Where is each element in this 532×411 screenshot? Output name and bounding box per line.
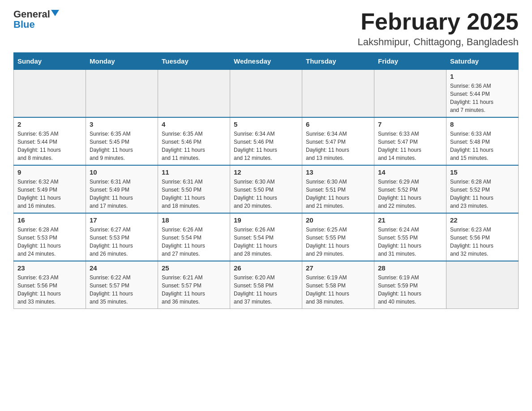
calendar-cell: 1Sunrise: 6:36 AMSunset: 5:44 PMDaylight… [446, 70, 519, 118]
day-info: Sunrise: 6:34 AMSunset: 5:47 PMDaylight:… [306, 130, 370, 162]
weekday-header-saturday: Saturday [446, 53, 519, 70]
day-info: Sunrise: 6:24 AMSunset: 5:55 PMDaylight:… [378, 226, 442, 258]
day-info: Sunrise: 6:35 AMSunset: 5:45 PMDaylight:… [90, 130, 154, 162]
day-number: 22 [450, 216, 515, 224]
day-number: 3 [90, 120, 154, 128]
svg-marker-0 [51, 10, 59, 16]
calendar-cell: 8Sunrise: 6:33 AMSunset: 5:48 PMDaylight… [446, 117, 519, 165]
day-number: 2 [17, 120, 82, 128]
calendar-header: SundayMondayTuesdayWednesdayThursdayFrid… [14, 53, 519, 70]
calendar-cell [374, 70, 446, 118]
day-info: Sunrise: 6:33 AMSunset: 5:47 PMDaylight:… [378, 130, 442, 162]
day-info: Sunrise: 6:31 AMSunset: 5:49 PMDaylight:… [90, 178, 154, 210]
calendar-cell: 21Sunrise: 6:24 AMSunset: 5:55 PMDayligh… [374, 213, 446, 261]
day-number: 28 [378, 264, 442, 272]
day-info: Sunrise: 6:27 AMSunset: 5:53 PMDaylight:… [90, 226, 154, 258]
calendar-cell: 25Sunrise: 6:21 AMSunset: 5:57 PMDayligh… [158, 261, 230, 309]
calendar-week-row: 16Sunrise: 6:28 AMSunset: 5:53 PMDayligh… [14, 213, 519, 261]
day-info: Sunrise: 6:28 AMSunset: 5:52 PMDaylight:… [450, 178, 515, 210]
day-info: Sunrise: 6:26 AMSunset: 5:54 PMDaylight:… [234, 226, 298, 258]
day-info: Sunrise: 6:35 AMSunset: 5:46 PMDaylight:… [162, 130, 226, 162]
weekday-header-row: SundayMondayTuesdayWednesdayThursdayFrid… [14, 53, 519, 70]
calendar-cell: 4Sunrise: 6:35 AMSunset: 5:46 PMDaylight… [158, 117, 230, 165]
day-number: 15 [450, 168, 515, 176]
calendar-cell [158, 70, 230, 118]
day-number: 26 [234, 264, 298, 272]
day-number: 17 [90, 216, 154, 224]
calendar-cell: 11Sunrise: 6:31 AMSunset: 5:50 PMDayligh… [158, 165, 230, 213]
day-number: 6 [306, 120, 370, 128]
day-number: 4 [162, 120, 226, 128]
calendar-cell: 7Sunrise: 6:33 AMSunset: 5:47 PMDaylight… [374, 117, 446, 165]
calendar-cell: 20Sunrise: 6:25 AMSunset: 5:55 PMDayligh… [302, 213, 374, 261]
day-info: Sunrise: 6:23 AMSunset: 5:56 PMDaylight:… [450, 226, 515, 258]
calendar-cell: 9Sunrise: 6:32 AMSunset: 5:49 PMDaylight… [14, 165, 86, 213]
day-info: Sunrise: 6:30 AMSunset: 5:50 PMDaylight:… [234, 178, 298, 210]
day-number: 16 [17, 216, 82, 224]
month-title: February 2025 [357, 9, 519, 34]
day-number: 5 [234, 120, 298, 128]
day-number: 20 [306, 216, 370, 224]
logo-general-text: General [13, 9, 50, 19]
calendar-week-row: 23Sunrise: 6:23 AMSunset: 5:56 PMDayligh… [14, 261, 519, 309]
calendar-body: 1Sunrise: 6:36 AMSunset: 5:44 PMDaylight… [14, 70, 519, 309]
calendar-week-row: 2Sunrise: 6:35 AMSunset: 5:44 PMDaylight… [14, 117, 519, 165]
day-info: Sunrise: 6:28 AMSunset: 5:53 PMDaylight:… [17, 226, 82, 258]
calendar-cell [14, 70, 86, 118]
day-number: 14 [378, 168, 442, 176]
calendar-week-row: 9Sunrise: 6:32 AMSunset: 5:49 PMDaylight… [14, 165, 519, 213]
calendar-cell: 3Sunrise: 6:35 AMSunset: 5:45 PMDaylight… [86, 117, 158, 165]
calendar-cell: 27Sunrise: 6:19 AMSunset: 5:58 PMDayligh… [302, 261, 374, 309]
calendar-cell: 14Sunrise: 6:29 AMSunset: 5:52 PMDayligh… [374, 165, 446, 213]
day-number: 1 [450, 73, 515, 80]
day-info: Sunrise: 6:30 AMSunset: 5:51 PMDaylight:… [306, 178, 370, 210]
calendar-cell: 23Sunrise: 6:23 AMSunset: 5:56 PMDayligh… [14, 261, 86, 309]
calendar-cell: 19Sunrise: 6:26 AMSunset: 5:54 PMDayligh… [230, 213, 302, 261]
day-number: 12 [234, 168, 298, 176]
location-title: Lakshmipur, Chittagong, Bangladesh [357, 36, 519, 48]
day-number: 13 [306, 168, 370, 176]
calendar-cell [230, 70, 302, 118]
day-number: 18 [162, 216, 226, 224]
calendar-week-row: 1Sunrise: 6:36 AMSunset: 5:44 PMDaylight… [14, 70, 519, 118]
logo-blue-text: Blue [13, 20, 35, 30]
logo: General Blue [13, 9, 59, 30]
calendar-cell: 17Sunrise: 6:27 AMSunset: 5:53 PMDayligh… [86, 213, 158, 261]
weekday-header-thursday: Thursday [302, 53, 374, 70]
day-number: 25 [162, 264, 226, 272]
day-info: Sunrise: 6:19 AMSunset: 5:58 PMDaylight:… [306, 274, 370, 306]
day-info: Sunrise: 6:23 AMSunset: 5:56 PMDaylight:… [17, 274, 82, 306]
calendar-cell: 5Sunrise: 6:34 AMSunset: 5:46 PMDaylight… [230, 117, 302, 165]
day-info: Sunrise: 6:19 AMSunset: 5:59 PMDaylight:… [378, 274, 442, 306]
day-number: 11 [162, 168, 226, 176]
calendar-cell: 13Sunrise: 6:30 AMSunset: 5:51 PMDayligh… [302, 165, 374, 213]
calendar-cell: 15Sunrise: 6:28 AMSunset: 5:52 PMDayligh… [446, 165, 519, 213]
day-info: Sunrise: 6:20 AMSunset: 5:58 PMDaylight:… [234, 274, 298, 306]
day-info: Sunrise: 6:36 AMSunset: 5:44 PMDaylight:… [450, 82, 515, 114]
day-number: 21 [378, 216, 442, 224]
day-number: 9 [17, 168, 82, 176]
day-number: 19 [234, 216, 298, 224]
calendar-table: SundayMondayTuesdayWednesdayThursdayFrid… [13, 52, 519, 309]
calendar-cell [302, 70, 374, 118]
page-header: General Blue February 2025 Lakshmipur, C… [13, 9, 519, 48]
title-block: February 2025 Lakshmipur, Chittagong, Ba… [357, 9, 519, 48]
day-info: Sunrise: 6:32 AMSunset: 5:49 PMDaylight:… [17, 178, 82, 210]
logo-triangle-icon [51, 10, 59, 20]
calendar-cell [446, 261, 519, 309]
day-number: 7 [378, 120, 442, 128]
day-number: 10 [90, 168, 154, 176]
calendar-cell: 2Sunrise: 6:35 AMSunset: 5:44 PMDaylight… [14, 117, 86, 165]
day-number: 23 [17, 264, 82, 272]
calendar-cell [86, 70, 158, 118]
day-info: Sunrise: 6:34 AMSunset: 5:46 PMDaylight:… [234, 130, 298, 162]
day-info: Sunrise: 6:31 AMSunset: 5:50 PMDaylight:… [162, 178, 226, 210]
day-number: 8 [450, 120, 515, 128]
weekday-header-tuesday: Tuesday [158, 53, 230, 70]
weekday-header-sunday: Sunday [14, 53, 86, 70]
weekday-header-monday: Monday [86, 53, 158, 70]
calendar-cell: 16Sunrise: 6:28 AMSunset: 5:53 PMDayligh… [14, 213, 86, 261]
calendar-cell: 18Sunrise: 6:26 AMSunset: 5:54 PMDayligh… [158, 213, 230, 261]
day-number: 24 [90, 264, 154, 272]
calendar-cell: 28Sunrise: 6:19 AMSunset: 5:59 PMDayligh… [374, 261, 446, 309]
